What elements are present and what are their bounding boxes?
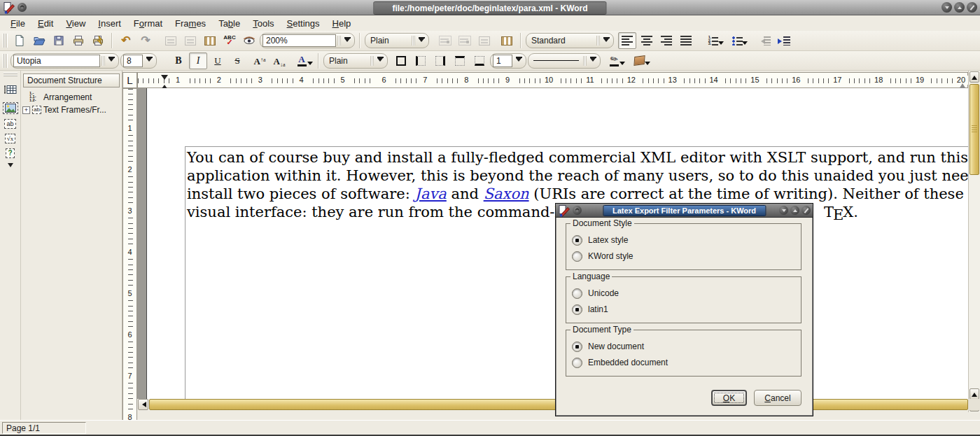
font-family-combobox[interactable]: Utopia (10, 53, 119, 69)
subscript-button[interactable]: A↓a (270, 52, 288, 69)
chevron-down-icon[interactable] (601, 37, 611, 45)
chevron-down-icon[interactable] (375, 57, 385, 64)
ok-button[interactable]: OK (711, 390, 747, 406)
window-menu-icon[interactable] (18, 3, 27, 12)
font-size-combobox[interactable]: 8 (120, 53, 157, 69)
align-center-button[interactable] (638, 32, 656, 49)
radio-checked-icon[interactable] (572, 235, 582, 246)
border-top-button[interactable] (451, 52, 469, 69)
spellcheck-button[interactable]: ABC✓ (220, 32, 239, 49)
chevron-down-icon[interactable] (718, 41, 724, 48)
ruler-corner[interactable]: L (122, 72, 137, 88)
menu-item[interactable]: Settings (281, 17, 326, 30)
chevron-down-icon[interactable] (106, 57, 116, 64)
style-combobox[interactable]: Standard (526, 33, 614, 48)
zoom-combobox[interactable]: 200% (260, 33, 355, 48)
increase-indent-button[interactable] (775, 32, 793, 49)
radio-row-latin1[interactable]: latin1 (572, 303, 608, 316)
autocorrect-button[interactable] (240, 32, 258, 49)
radio-checked-icon[interactable] (572, 342, 582, 352)
paragraph-line[interactable]: You can of course buy and install a full… (187, 148, 968, 167)
horizontal-scrollbar[interactable] (137, 399, 968, 410)
strikethrough-button[interactable]: S (228, 52, 246, 69)
maximize-icon[interactable] (954, 2, 965, 13)
save-button[interactable] (50, 32, 68, 49)
italic-button[interactable]: I (189, 52, 207, 69)
expander-plus-icon[interactable]: + (22, 106, 30, 114)
chevron-down-icon[interactable] (588, 57, 598, 64)
horizontal-ruler[interactable]: 1234567891011121314151617181920 (137, 72, 968, 88)
new-document-button[interactable] (10, 32, 29, 49)
insert-table-button[interactable] (3, 82, 18, 97)
menu-item[interactable]: View (59, 17, 92, 30)
scroll-left-button[interactable] (138, 399, 148, 410)
chevron-down-icon[interactable] (742, 41, 748, 48)
frame-style-button[interactable] (498, 32, 516, 49)
chevron-down-icon[interactable] (620, 62, 625, 68)
hyperlink-java[interactable]: Java (414, 185, 446, 202)
menu-item[interactable]: Edit (31, 17, 59, 30)
paragraph-line[interactable]: visual interface: they are run from the … (187, 203, 592, 221)
tree-item-arrangement[interactable]: 1.- 1.1- 1.2- Arrangement (21, 90, 122, 104)
radio-row-embedded-document[interactable]: Embedded document (572, 356, 668, 369)
paragraph-line[interactable]: install two pieces of software: Java and… (187, 185, 968, 203)
radio-icon[interactable] (572, 288, 582, 299)
numbered-list-button[interactable]: 1. 2. 3. (702, 32, 724, 49)
toolbar-overflow-icon[interactable] (8, 163, 13, 170)
minimize-icon[interactable] (779, 206, 788, 215)
radio-row-new-document[interactable]: New document (572, 340, 644, 353)
chevron-down-icon[interactable] (416, 37, 426, 45)
close-icon[interactable] (802, 206, 811, 215)
bullet-list-button[interactable] (726, 32, 748, 49)
toolbar-handle[interactable] (3, 54, 8, 68)
window-menu-icon[interactable] (573, 206, 582, 215)
radio-icon[interactable] (572, 251, 582, 262)
border-width-combobox[interactable]: 1 (490, 53, 526, 69)
underline-button[interactable]: U (209, 52, 227, 69)
vertical-scrollbar-thumb[interactable] (969, 84, 979, 175)
radio-checked-icon[interactable] (572, 304, 582, 315)
insert-picture-button[interactable] (3, 102, 18, 114)
border-right-button[interactable] (431, 52, 449, 69)
vertical-scrollbar[interactable] (968, 71, 980, 412)
print-button[interactable] (69, 32, 88, 49)
insert-textframe-button[interactable]: ab (4, 119, 15, 129)
border-color-button[interactable]: ✎ (602, 52, 626, 69)
chevron-down-icon[interactable] (307, 62, 313, 68)
close-icon[interactable] (967, 2, 977, 13)
align-justify-button[interactable] (677, 32, 695, 49)
toolbar-handle[interactable] (4, 73, 18, 77)
border-style-combobox[interactable] (528, 53, 601, 69)
maximize-icon[interactable] (790, 206, 799, 215)
document-canvas[interactable]: You can of course buy and install a full… (137, 88, 968, 410)
char-style-combobox[interactable]: Plain (323, 53, 388, 69)
font-color-button[interactable]: A (290, 52, 314, 69)
scroll-up-button[interactable] (969, 71, 979, 83)
toolbar-handle[interactable] (3, 34, 8, 48)
radio-icon[interactable] (572, 358, 582, 368)
paragraph-line[interactable]: application within it. However, this is … (187, 167, 968, 185)
open-document-button[interactable] (30, 32, 48, 49)
insert-formula-button[interactable]: √x (5, 134, 15, 143)
menu-item[interactable]: Tools (246, 17, 280, 30)
border-left-button[interactable] (412, 52, 430, 69)
redo-button[interactable]: ↷ (136, 32, 155, 49)
align-left-button[interactable] (618, 32, 636, 49)
chevron-down-icon[interactable] (645, 62, 650, 68)
bold-button[interactable]: B (169, 52, 188, 69)
superscript-button[interactable]: A↑a (251, 52, 269, 69)
undo-button[interactable]: ↶ (117, 32, 135, 49)
paragraph-style-combobox[interactable]: Plain (365, 33, 429, 48)
vertical-ruler[interactable]: 12345678 (122, 88, 137, 421)
chevron-down-icon[interactable] (144, 57, 154, 64)
menu-item[interactable]: Frames (169, 17, 212, 30)
radio-row-kword-style[interactable]: KWord style (572, 250, 633, 262)
menu-item[interactable]: Format (127, 17, 169, 30)
scroll-up-button-bottom[interactable] (969, 388, 979, 400)
chevron-down-icon[interactable] (342, 37, 352, 45)
tree-item-text-frames[interactable]: + ab Text Frames/Fr... (21, 104, 122, 116)
print-preview-button[interactable] (89, 32, 107, 49)
background-color-button[interactable] (627, 52, 651, 69)
menu-item[interactable]: Insert (92, 17, 127, 30)
menu-item[interactable]: Help (326, 17, 358, 30)
